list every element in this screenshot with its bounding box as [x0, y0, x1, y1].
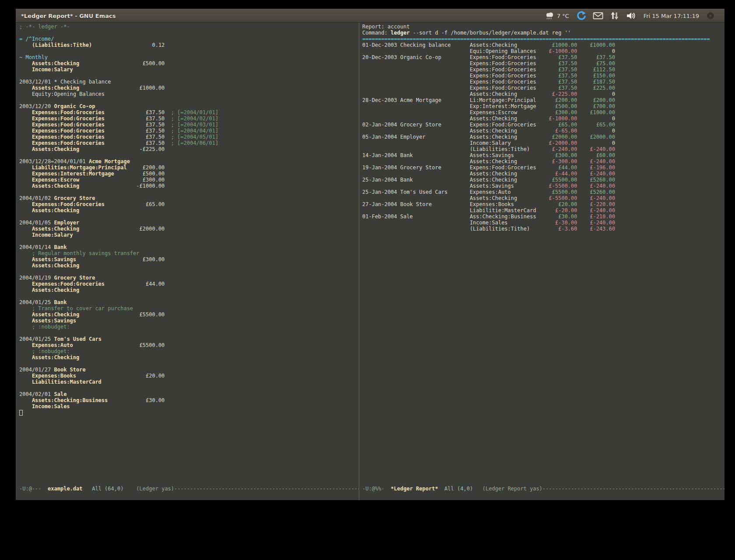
buffer-line[interactable] [19, 410, 357, 416]
buffer-line[interactable]: -U:@--- example.dat All (64,0) (Ledger y… [19, 486, 359, 492]
buffer-line[interactable]: Assets:Checking:Business £30.00 [19, 397, 357, 403]
buffer-line[interactable]: 2004/02/01 Sale [19, 391, 357, 397]
buffer-line[interactable] [19, 269, 357, 275]
buffer-line[interactable]: 01-Dec-2003 Checking balance Assets:Chec… [362, 42, 724, 48]
buffer-line[interactable]: Liabilities:Mortgage:Principal £200.00 [19, 164, 357, 171]
buffer-line[interactable]: Expenses:Food:Groceries £37.50 ; [=2004/… [19, 140, 357, 146]
buffer-line[interactable]: Expenses:Food:Groceries £37.50 ; [=2004/… [19, 128, 357, 134]
weather-applet[interactable]: 7 °C [544, 11, 569, 20]
buffer-line[interactable]: Assets:Checking £-300.00 £-240.00 [362, 158, 724, 164]
buffer-line[interactable]: Assets:Checking £-44.00 £-240.00 [362, 171, 724, 177]
buffer-line[interactable]: Assets:Checking -£225.00 [19, 146, 357, 152]
buffer-line[interactable]: 19-Jan-2004 Grocery Store Expens:Food:Gr… [362, 164, 724, 171]
buffer-line[interactable]: Assets:Checking £500.00 [19, 60, 357, 66]
buffer-line[interactable]: Income:Sales £-30.00 £-240.00 [362, 220, 724, 226]
buffer-line[interactable]: Expens:Food:Groceries £37.50 £112.50 [362, 66, 724, 73]
buffer-line[interactable]: ~ Monthly [19, 54, 357, 60]
buffer-line[interactable] [19, 293, 357, 299]
buffer-line[interactable]: 2004/01/25 Tom's Used Cars [19, 336, 357, 342]
ledger-report-window[interactable]: Report: accountCommand: ledger --sort d … [362, 24, 724, 486]
ledger-file-window[interactable]: ; -*- ledger -*-= /^Income/ (Liabilities… [19, 24, 357, 486]
buffer-line[interactable]: ========================================… [362, 36, 724, 42]
buffer-line[interactable]: (Liabilities:Tithe) £-3.60 £-243.60 [362, 226, 724, 232]
mail-icon[interactable] [593, 12, 603, 20]
buffer-line[interactable]: 27-Jan-2004 Book Store Expenses:Books £2… [362, 201, 724, 207]
buffer-line[interactable] [19, 48, 357, 54]
buffer-line[interactable]: 05-Jan-2004 Employer Assets:Checking £20… [362, 134, 724, 140]
buffer-line[interactable]: Expenses:Interest:Mortgage £500.00 [19, 171, 357, 177]
buffer-line[interactable]: 2004/01/05 Employer [19, 220, 357, 226]
buffer-line[interactable]: 14-Jan-2004 Bank Assets:Savings £300.00 … [362, 152, 724, 158]
buffer-line[interactable]: Assets:Checking £-225.00 0 [362, 91, 724, 97]
buffer-line[interactable]: Liabilitie:MasterCard £-20.00 £-240.00 [362, 207, 724, 214]
buffer-line[interactable]: Equity:Opening Balances [19, 91, 357, 97]
buffer-line[interactable]: Assets:Checking £2000.00 [19, 226, 357, 232]
buffer-line[interactable]: (Liabilities:Tithe) 0.12 [19, 42, 357, 48]
buffer-line[interactable]: 28-Dec-2003 Acme Mortgage Li:Mortgage:Pr… [362, 97, 724, 103]
buffer-line[interactable]: Assets:Checking -£1000.00 [19, 183, 357, 189]
buffer-line[interactable]: Expenses:Food:Groceries £37.50 ; [=2004/… [19, 134, 357, 140]
buffer-line[interactable]: Assets:Savings [19, 318, 357, 324]
buffer-line[interactable]: ; :nobudget: [19, 324, 357, 330]
buffer-line[interactable]: Assets:Checking £-5500.00 £-240.00 [362, 195, 724, 201]
buffer-line[interactable]: (Liabilities:Tithe) £-240.00 £-240.00 [362, 146, 724, 152]
buffer-line[interactable]: ; -*- ledger -*- [19, 24, 357, 30]
buffer-line[interactable]: Income:Salary [19, 66, 357, 73]
buffer-line[interactable]: ; Transfer to cover car purchase [19, 305, 357, 312]
buffer-line[interactable]: Assets:Savings £-5500.00 £-240.00 [362, 183, 724, 189]
buffer-line[interactable]: 2004/01/27 Book Store [19, 367, 357, 373]
buffer-line[interactable]: Income:Salary [19, 232, 357, 238]
buffer-line[interactable]: Assets:Checking £5500.00 [19, 312, 357, 318]
buffer-line[interactable] [19, 189, 357, 195]
buffer-line[interactable]: -U:@%%- *Ledger Report* All (4,0) (Ledge… [362, 486, 724, 492]
buffer-line[interactable]: Income:Sales [19, 403, 357, 410]
buffer-line[interactable]: 2004/01/14 Bank [19, 244, 357, 250]
buffer-line[interactable] [19, 330, 357, 336]
buffer-line[interactable]: Income:Salary £-2000.00 0 [362, 140, 724, 146]
buffer-line[interactable]: Expens:Food:Groceries £37.50 £225.00 [362, 85, 724, 91]
buffer-line[interactable] [19, 238, 357, 244]
buffer-line[interactable]: 2003/12/28=2004/01/01 Acme Mortgage [19, 158, 357, 164]
buffer-line[interactable]: Liabilities:MasterCard [19, 379, 357, 385]
refresh-icon[interactable] [576, 11, 586, 21]
buffer-line[interactable]: Exp:Interest:Mortgage £500.00 £700.00 [362, 103, 724, 109]
buffer-line[interactable]: Assets:Checking [19, 262, 357, 269]
buffer-line[interactable]: 25-Jan-2004 Bank Assets:Checking £5500.0… [362, 177, 724, 183]
buffer-line[interactable]: Expenses:Food:Groceries £37.50 ; [=2004/… [19, 122, 357, 128]
buffer-line[interactable]: Expens:Food:Groceries £37.50 £187.50 [362, 79, 724, 85]
buffer-line[interactable]: Expenses:Auto £5500.00 [19, 342, 357, 348]
buffer-line[interactable] [19, 214, 357, 220]
buffer-line[interactable]: Expenses:Escrow £300.00 [19, 177, 357, 183]
buffer-line[interactable]: Assets:Checking [19, 287, 357, 293]
buffer-line[interactable]: 2004/01/19 Grocery Store [19, 275, 357, 281]
modeline-right[interactable]: -U:@%%- *Ledger Report* All (4,0) (Ledge… [362, 486, 724, 492]
buffer-line[interactable]: Expens:Food:Groceries £37.50 £75.00 [362, 60, 724, 66]
buffer-line[interactable]: Assets:Checking £-1000.00 0 [362, 116, 724, 122]
buffer-line[interactable]: Assets:Checking £-65.00 0 [362, 128, 724, 134]
buffer-line[interactable]: 20-Dec-2003 Organic Co-op Expens:Food:Gr… [362, 54, 724, 60]
buffer-line[interactable]: Report: account [362, 24, 724, 30]
buffer-line[interactable]: Assets:Savings £300.00 [19, 256, 357, 262]
buffer-line[interactable]: Assets:Checking [19, 207, 357, 214]
buffer-line[interactable]: Expenses:Food:Groceries £37.50 ; [=2004/… [19, 109, 357, 116]
buffer-line[interactable]: Assets:Checking £1000.00 [19, 85, 357, 91]
buffer-line[interactable] [19, 152, 357, 158]
buffer-line[interactable]: Expens:Food:Groceries £37.50 £150.00 [362, 73, 724, 79]
window-divider[interactable] [359, 23, 359, 500]
buffer-line[interactable]: 25-Jan-2004 Tom's Used Cars Expenses:Aut… [362, 189, 724, 195]
buffer-line[interactable]: 2004/01/25 Bank [19, 299, 357, 305]
buffer-line[interactable]: Assets:Checking [19, 354, 357, 360]
buffer-line[interactable]: = /^Income/ [19, 36, 357, 42]
buffer-line[interactable]: 2003/12/01 * Checking balance [19, 79, 357, 85]
network-arrows-icon[interactable] [610, 11, 619, 20]
buffer-line[interactable]: 2003/12/20 Organic Co-op [19, 103, 357, 109]
clock[interactable]: Fri 15 Mar 17:11:19 [644, 13, 699, 19]
volume-icon[interactable] [626, 11, 637, 20]
buffer-line[interactable] [19, 30, 357, 36]
buffer-line[interactable]: Expenses:Food:Groceries £37.50 ; [=2004/… [19, 116, 357, 122]
buffer-line[interactable]: ; :nobudget: [19, 348, 357, 354]
buffer-line[interactable]: Command: ledger --sort d -f /home/borbus… [362, 30, 724, 36]
buffer-line[interactable] [19, 97, 357, 103]
buffer-line[interactable] [19, 385, 357, 391]
buffer-line[interactable]: 01-Feb-2004 Sale Ass:Checking:Business £… [362, 214, 724, 220]
